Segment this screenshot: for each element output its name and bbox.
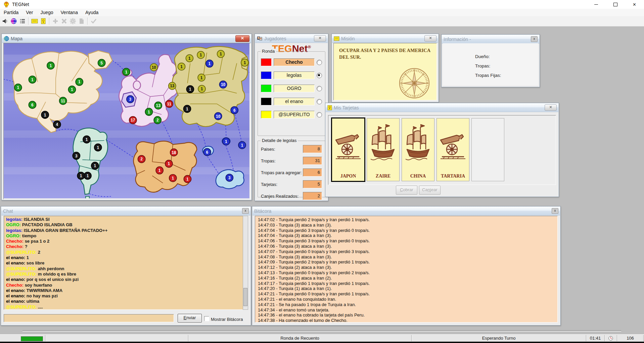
army-marker[interactable]: 1 [169,175,177,182]
army-marker[interactable]: 17 [129,116,137,124]
army-marker[interactable]: 1 [14,84,22,91]
army-marker[interactable]: 1 [165,160,173,167]
army-marker[interactable]: 11 [166,100,173,108]
menu-item[interactable]: Ayuda [82,9,102,16]
mostrar-bitacora-checkbox[interactable] [204,316,209,321]
army-marker[interactable]: 3 [226,174,233,182]
jugadores-close-button[interactable]: ✕ [314,35,326,42]
bitacora-titlebar[interactable]: Bitácora x [252,207,560,215]
menu-item[interactable]: Juego [37,9,57,16]
player-turn-radio[interactable] [317,99,322,104]
tarjetas-titlebar[interactable]: Mis Tarjetas ✕ [326,103,558,112]
army-marker[interactable]: 1 [47,62,54,69]
world-view-icon[interactable] [9,17,18,25]
army-marker[interactable]: 3 [127,96,134,103]
army-marker[interactable]: 1 [77,172,85,180]
get-card-icon[interactable] [77,17,86,25]
army-marker[interactable]: 6 [203,148,211,156]
canjear-button[interactable]: Canjear [419,186,441,195]
sound-icon[interactable] [1,17,9,25]
card-zaire[interactable]: ZAIRE [367,118,400,181]
army-marker[interactable]: 5 [98,59,105,67]
mission-icon[interactable] [30,17,39,25]
menu-item[interactable]: Ver [22,9,37,16]
card-slot-empty[interactable] [471,118,504,181]
army-marker[interactable]: 1 [178,63,185,70]
army-marker[interactable]: 3 [73,152,80,159]
army-marker[interactable]: 1 [238,141,246,149]
army-marker[interactable]: 18 [170,149,178,156]
army-marker[interactable]: 10 [215,112,222,120]
cards-icon[interactable] [39,17,48,25]
informacion-titlebar[interactable]: Información - x [442,35,539,44]
jugadores-titlebar[interactable]: Jugadores ✕ [255,34,328,43]
army-marker[interactable]: 13 [154,102,162,109]
mision-titlebar[interactable]: Misión ✕ [332,34,438,43]
army-marker[interactable]: 1 [145,108,153,115]
army-marker[interactable]: 6 [29,101,36,109]
card-japon[interactable]: JAPON [331,117,365,182]
chat-close-button[interactable]: x [242,208,249,214]
enviar-button[interactable]: Enviar [178,314,202,323]
cobrar-button[interactable]: Cobrar [396,186,417,195]
player-turn-radio[interactable] [317,60,322,65]
card-tartaria[interactable]: TARTARIA [436,118,469,181]
chat-input[interactable] [4,314,174,322]
army-marker[interactable]: 1 [198,85,205,93]
continent-africa[interactable] [134,141,197,192]
players-list-icon[interactable] [18,17,27,25]
army-marker[interactable]: 1 [41,111,49,118]
chat-titlebar[interactable]: Chat x [1,207,250,215]
menu-item[interactable]: Partida [0,9,22,16]
army-marker[interactable]: 1 [94,144,102,151]
army-marker[interactable]: 1 [197,51,204,59]
army-marker[interactable]: 6 [231,106,238,114]
maximize-button[interactable] [606,0,625,9]
end-turn-icon[interactable] [89,17,98,25]
chat-scrollbar[interactable] [243,216,248,310]
army-marker[interactable]: 13 [169,82,176,90]
army-marker[interactable]: 2 [154,116,161,124]
add-troops-icon[interactable] [51,17,60,25]
app-titlebar[interactable]: TEGNet ✕ [0,0,644,9]
card-china[interactable]: CHINA [402,118,434,181]
army-marker[interactable]: 1 [156,167,163,174]
bitacora-close-button[interactable]: x [552,208,558,214]
army-marker[interactable]: 1 [83,136,90,143]
army-marker[interactable]: 1 [206,60,213,67]
army-marker[interactable]: 1 [68,86,76,93]
army-marker[interactable]: 2 [138,155,145,163]
army-marker[interactable]: 1 [217,50,225,58]
attack-icon[interactable] [60,17,68,25]
army-marker[interactable]: 1 [76,78,83,86]
army-marker[interactable]: 11 [59,97,67,105]
army-marker[interactable]: 1 [184,105,191,112]
army-marker[interactable]: 1 [198,74,205,81]
player-turn-radio[interactable] [317,86,322,91]
minimize-button[interactable] [587,0,606,9]
tarjetas-close-button[interactable]: ✕ [545,104,557,111]
army-marker[interactable]: 10 [220,81,227,88]
player-turn-radio[interactable] [317,112,322,117]
army-marker[interactable]: 1 [186,55,193,62]
mision-close-button[interactable]: ✕ [424,35,436,42]
army-marker[interactable]: 4 [53,121,61,128]
mapa-titlebar[interactable]: Mapa ✕ [2,34,251,43]
menu-item[interactable]: Ventana [57,9,82,16]
chat-scrollbar-thumb[interactable] [243,288,247,306]
army-marker[interactable]: 1 [123,68,130,76]
regroup-icon[interactable] [68,17,77,25]
army-marker[interactable]: 1 [91,162,99,169]
informacion-close-button[interactable]: x [531,36,538,42]
player-turn-radio[interactable] [317,73,322,78]
army-marker[interactable]: 1 [184,176,191,183]
army-marker[interactable]: 1 [241,59,248,66]
army-marker[interactable]: 10 [150,63,157,71]
army-marker[interactable]: 1 [186,86,194,93]
game-map[interactable]: 1111111614511013311131217111111110111610… [4,43,249,198]
army-marker[interactable]: 1 [84,172,91,180]
army-marker[interactable]: 1 [29,76,36,83]
close-button[interactable]: ✕ [625,0,644,9]
army-marker[interactable]: 1 [223,138,230,145]
mapa-close-button[interactable]: ✕ [235,35,249,42]
